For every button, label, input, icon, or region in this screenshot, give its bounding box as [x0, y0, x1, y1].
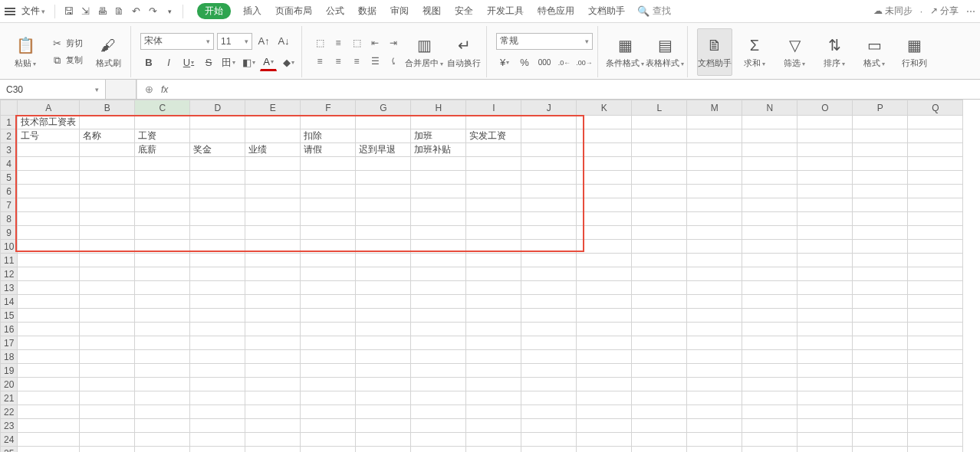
cell-O10[interactable]	[797, 240, 853, 254]
cell-A8[interactable]	[18, 212, 80, 226]
cell-F8[interactable]	[301, 212, 356, 226]
cell-D24[interactable]	[190, 433, 245, 447]
cell-F3[interactable]: 请假	[301, 143, 356, 157]
col-header-J[interactable]: J	[521, 100, 577, 116]
row-header-1[interactable]: 1	[1, 116, 18, 129]
cell-D13[interactable]	[190, 281, 245, 295]
cell-E24[interactable]	[245, 433, 301, 447]
cell-O7[interactable]	[797, 198, 853, 212]
cell-L5[interactable]	[632, 171, 687, 185]
cell-O15[interactable]	[797, 309, 853, 323]
cell-A20[interactable]	[18, 378, 80, 391]
cell-K24[interactable]	[577, 433, 632, 447]
cell-N9[interactable]	[742, 226, 797, 240]
cell-I12[interactable]	[466, 267, 521, 281]
cell-Q17[interactable]	[908, 336, 963, 350]
cell-C13[interactable]	[135, 281, 190, 295]
search-box[interactable]: 🔍 查找	[637, 5, 671, 18]
cell-O20[interactable]	[797, 378, 853, 391]
cell-P12[interactable]	[853, 267, 908, 281]
cell-K21[interactable]	[577, 391, 632, 405]
cell-G12[interactable]	[356, 267, 411, 281]
cell-F4[interactable]	[301, 157, 356, 171]
cell-M20[interactable]	[687, 378, 742, 391]
col-header-L[interactable]: L	[632, 100, 687, 116]
cell-A9[interactable]	[18, 226, 80, 240]
cell-L3[interactable]	[632, 143, 687, 157]
cell-K23[interactable]	[577, 419, 632, 433]
cell-C20[interactable]	[135, 378, 190, 391]
cell-K19[interactable]	[577, 364, 632, 378]
row-header-6[interactable]: 6	[1, 185, 18, 198]
cell-K22[interactable]	[577, 405, 632, 419]
cell-A18[interactable]	[18, 350, 80, 364]
cell-F2[interactable]: 扣除	[301, 129, 356, 143]
cell-G15[interactable]	[356, 309, 411, 323]
cell-reference-input[interactable]	[6, 84, 75, 95]
cell-I4[interactable]	[466, 157, 521, 171]
cell-N22[interactable]	[742, 405, 797, 419]
format-painter-button[interactable]: 🖌 格式刷	[90, 28, 126, 76]
cell-G5[interactable]	[356, 171, 411, 185]
cell-L16[interactable]	[632, 323, 687, 336]
cell-B18[interactable]	[80, 350, 135, 364]
cell-F15[interactable]	[301, 309, 356, 323]
cell-P11[interactable]	[853, 254, 908, 267]
cell-J11[interactable]	[521, 254, 577, 267]
cell-B5[interactable]	[80, 171, 135, 185]
cell-A15[interactable]	[18, 309, 80, 323]
sort-button[interactable]: ⇅排序	[817, 28, 852, 76]
cell-C2[interactable]: 工资	[135, 129, 190, 143]
cell-B22[interactable]	[80, 405, 135, 419]
cell-O9[interactable]	[797, 226, 853, 240]
cell-C6[interactable]	[135, 185, 190, 198]
cell-Q6[interactable]	[908, 185, 963, 198]
cell-F1[interactable]	[301, 116, 356, 129]
cell-M1[interactable]	[687, 116, 742, 129]
cell-E25[interactable]	[245, 447, 301, 453]
cell-P18[interactable]	[853, 350, 908, 364]
cell-N15[interactable]	[742, 309, 797, 323]
cell-N4[interactable]	[742, 157, 797, 171]
cell-I2[interactable]: 实发工资	[466, 129, 521, 143]
cell-J3[interactable]	[521, 143, 577, 157]
cell-H12[interactable]	[411, 267, 466, 281]
cell-N11[interactable]	[742, 254, 797, 267]
cell-I5[interactable]	[466, 171, 521, 185]
cell-N1[interactable]	[742, 116, 797, 129]
cell-N21[interactable]	[742, 391, 797, 405]
cell-N3[interactable]	[742, 143, 797, 157]
cell-M22[interactable]	[687, 405, 742, 419]
cell-H20[interactable]	[411, 378, 466, 391]
cell-L2[interactable]	[632, 129, 687, 143]
cell-H23[interactable]	[411, 419, 466, 433]
cell-Q13[interactable]	[908, 281, 963, 295]
cell-E7[interactable]	[245, 198, 301, 212]
cell-J10[interactable]	[521, 240, 577, 254]
fx-label[interactable]: fx	[161, 84, 168, 95]
cell-L8[interactable]	[632, 212, 687, 226]
cell-O16[interactable]	[797, 323, 853, 336]
cell-A2[interactable]: 工号	[18, 129, 80, 143]
cell-J17[interactable]	[521, 336, 577, 350]
cell-G10[interactable]	[356, 240, 411, 254]
cell-P17[interactable]	[853, 336, 908, 350]
cell-A16[interactable]	[18, 323, 80, 336]
cell-G23[interactable]	[356, 419, 411, 433]
cell-L17[interactable]	[632, 336, 687, 350]
align-right-button[interactable]: ≡	[348, 53, 365, 70]
cell-E5[interactable]	[245, 171, 301, 185]
cell-B8[interactable]	[80, 212, 135, 226]
cell-B20[interactable]	[80, 378, 135, 391]
cell-P15[interactable]	[853, 309, 908, 323]
cell-M14[interactable]	[687, 295, 742, 309]
cell-H8[interactable]	[411, 212, 466, 226]
cell-J14[interactable]	[521, 295, 577, 309]
cell-O1[interactable]	[797, 116, 853, 129]
cell-K18[interactable]	[577, 350, 632, 364]
cell-L11[interactable]	[632, 254, 687, 267]
cell-O18[interactable]	[797, 350, 853, 364]
cell-K1[interactable]	[577, 116, 632, 129]
cell-Q5[interactable]	[908, 171, 963, 185]
more-icon[interactable]: ⋯	[966, 6, 975, 17]
